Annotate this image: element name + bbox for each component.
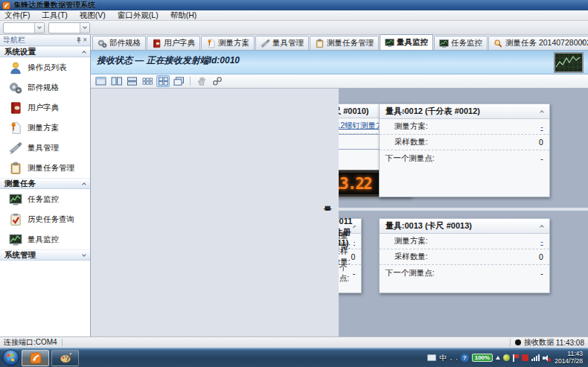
application-window: 集蜂达质量数据管理系统 文件(F) 工具(T) 视图(V) 窗口外观(L) 帮助… [0, 0, 588, 367]
window-title: 集蜂达质量数据管理系统 [13, 0, 95, 10]
menu-help[interactable]: 帮助(H) [170, 10, 197, 21]
section-system-settings[interactable]: 系统设置 [0, 46, 90, 57]
collapse-icon[interactable] [540, 110, 544, 115]
sidebar-item-measure-plan[interactable]: 测量方案 [0, 118, 90, 138]
operator-icon [9, 61, 22, 74]
tab-user-dict[interactable]: 用户字典 [147, 36, 200, 50]
measure-task-icon [493, 39, 503, 48]
navigation-sidebar: 导航栏 × 系统设置 操作员列表 部件规格 用户字典 [0, 35, 91, 336]
gauge-monitor-icon [385, 38, 394, 48]
content-area: 部件规格 用户字典 测量方案 量具管理 测量任务管理 [91, 35, 588, 336]
plan-link[interactable]: - [540, 237, 543, 246]
part-spec-icon [98, 39, 107, 48]
chevron-up-icon [82, 51, 86, 55]
user-dict-icon [9, 101, 22, 115]
sidebar-item-gauge-manage[interactable]: 量具管理 [0, 138, 90, 158]
history-query-icon [9, 213, 22, 226]
chevron-down-icon[interactable] [80, 23, 89, 33]
task-manage-icon [315, 39, 325, 48]
user-dict-icon [152, 39, 162, 48]
keyboard-ime-icon[interactable] [427, 354, 436, 361]
next-point-label: 下一个测量点: [386, 153, 435, 164]
sidebar-item-task-manage[interactable]: 测量任务管理 [0, 158, 90, 178]
combo-box-1[interactable] [3, 22, 45, 33]
samples-value: 0 [539, 252, 543, 261]
plan-link[interactable]: - [540, 122, 543, 131]
sidebar-item-gauge-monitor[interactable]: 量具监控 [0, 229, 90, 249]
chevron-down-icon[interactable] [34, 23, 44, 33]
samples-label: 采样数量: [394, 137, 428, 147]
alert-tray-icon[interactable] [522, 354, 528, 361]
tab-measure-plan[interactable]: 测量方案 [201, 36, 255, 50]
battery-indicator[interactable]: 100% [472, 354, 493, 362]
title-bar: 集蜂达质量数据管理系统 [0, 0, 588, 10]
plan-label: 测量方案: [394, 121, 428, 132]
top-toolbar [0, 21, 588, 35]
sidebar-item-part-spec[interactable]: 部件规格 [0, 77, 90, 98]
receive-status-text: 接收状态 — 正在接收发射端Id:0010 [97, 54, 240, 67]
tab-gauge-manage[interactable]: 量具管理 [255, 36, 309, 50]
pin-icon[interactable] [74, 36, 83, 45]
split-horizontal-icon[interactable] [109, 75, 123, 87]
measure-plan-icon [9, 121, 22, 135]
ime-language-indicator[interactable]: 中 [439, 353, 447, 363]
hand-icon[interactable] [195, 75, 208, 87]
tab-strip: 部件规格 用户字典 测量方案 量具管理 测量任务管理 [91, 35, 588, 51]
help-tray-icon[interactable]: ? [461, 354, 469, 362]
start-button[interactable] [2, 349, 19, 366]
chevron-down-icon [82, 252, 86, 257]
taskbar-clock[interactable]: 11:43 2014/7/28 [555, 351, 583, 365]
task-monitor-icon [9, 193, 22, 206]
gauge-card-header[interactable]: 量具:0013 (卡尺 #0013) [380, 219, 549, 234]
samples-value: 0 [539, 138, 543, 147]
tab-task-manage[interactable]: 测量任务管理 [310, 36, 379, 50]
gauge-card-0013: 量具:0013 (卡尺 #0013) 测量方案: - 采样数量: 0 [379, 218, 550, 293]
vertical-splitter[interactable] [91, 211, 339, 336]
section-measure-tasks[interactable]: 测量任务 [0, 178, 90, 189]
chart-thumbnail-icon [554, 52, 584, 73]
tab-part-spec[interactable]: 部件规格 [92, 36, 146, 50]
close-tab-icon[interactable]: × [581, 37, 585, 46]
tab-gauge-monitor[interactable]: 量具监控 [380, 34, 433, 50]
gauge-grid: 量具:0010 (千分尺 #0010) 测量方案: 7040-6-12螺钉测量方… [91, 89, 588, 336]
menu-window-appearance[interactable]: 窗口外观(L) [118, 10, 159, 21]
split-vertical-icon[interactable] [125, 75, 138, 87]
volume-muted-icon[interactable] [543, 354, 550, 362]
taskbar-paint-button[interactable] [51, 350, 79, 366]
grid-2x2-icon[interactable] [156, 75, 170, 87]
close-icon[interactable]: × [83, 36, 87, 44]
plan-label: 测量方案: [394, 236, 428, 246]
part-spec-icon [9, 81, 22, 95]
menu-file[interactable]: 文件(F) [4, 10, 30, 21]
sidebar-item-history-query[interactable]: 历史任务查询 [0, 209, 90, 229]
next-point-label: 下一个测量点: [386, 268, 435, 278]
task-monitor-icon [439, 39, 449, 48]
combo-box-2[interactable] [48, 22, 90, 33]
sidebar-item-operator-list[interactable]: 操作员列表 [0, 57, 90, 77]
show-hidden-icons[interactable] [496, 356, 500, 360]
gauge-monitor-panel: 接收状态 — 正在接收发射端Id:0010 [91, 51, 588, 336]
system-tray: 中 。, ? 100% 11:43 2014/7/28 [427, 351, 586, 365]
cascade-icon[interactable] [172, 75, 185, 87]
sidebar-item-task-monitor[interactable]: 任务监控 [0, 189, 90, 209]
ime-punct-indicator[interactable]: 。, [450, 354, 457, 362]
network-icon[interactable] [531, 354, 540, 361]
collapse-icon[interactable] [540, 225, 544, 229]
vertical-splitter[interactable] [91, 89, 339, 208]
paint-icon [60, 352, 71, 364]
antivirus-tray-icon[interactable] [503, 354, 510, 361]
clock-date: 2014/7/28 [555, 358, 583, 366]
taskbar-app-button[interactable] [22, 350, 49, 366]
section-system-manage[interactable]: 系统管理 [0, 249, 90, 261]
grid-3x2-icon[interactable] [141, 75, 154, 87]
sidebar-item-user-dict[interactable]: 用户字典 [0, 98, 90, 118]
action-center-icon[interactable] [513, 354, 519, 362]
measure-plan-icon [206, 39, 216, 48]
menu-tools[interactable]: 工具(T) [42, 10, 67, 21]
link-icon[interactable] [211, 75, 224, 87]
app-icon [2, 1, 10, 10]
single-layout-icon[interactable] [94, 75, 107, 87]
tab-measure-task[interactable]: 测量任务 201407280002 [488, 36, 588, 50]
tab-task-monitor[interactable]: 任务监控 [434, 36, 488, 50]
menu-view[interactable]: 视图(V) [80, 10, 106, 21]
